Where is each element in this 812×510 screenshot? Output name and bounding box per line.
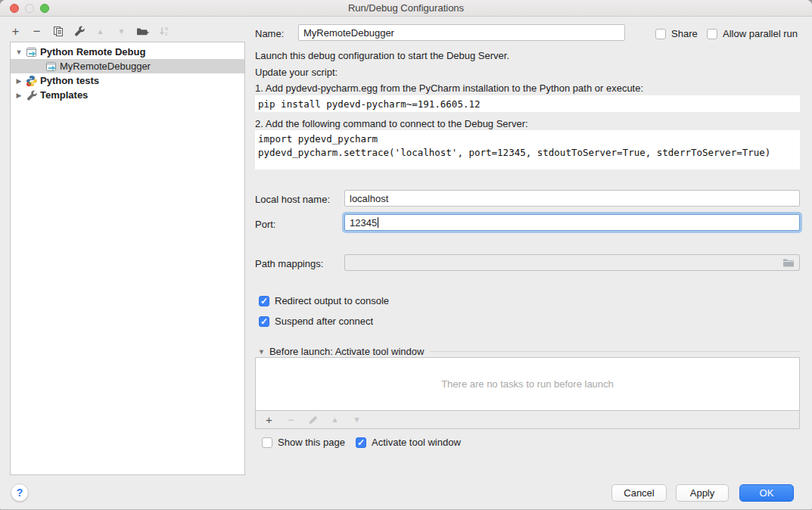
plus-icon: + [266, 414, 272, 425]
show-this-page-checkbox[interactable]: ✓Show this page [262, 436, 345, 448]
check-icon: ✓ [357, 437, 365, 448]
folder-icon[interactable] [782, 257, 795, 268]
instruction-step-1: 1. Add pydevd-pycharm.egg from the PyCha… [255, 82, 643, 94]
plus-icon: + [12, 25, 20, 38]
tree-item-python-remote-debug[interactable]: ▼ Python Remote Debug [11, 45, 244, 59]
arrow-up-icon: ▲ [97, 27, 104, 36]
activate-checkbox-box[interactable]: ✓ [356, 437, 366, 448]
check-icon: ✓ [260, 316, 268, 327]
before-launch-toolbar: + − ▲ ▼ [255, 411, 800, 429]
redirect-checkbox-box[interactable]: ✓ [259, 296, 269, 306]
arrow-down-icon: ▼ [353, 415, 361, 424]
redirect-output-checkbox[interactable]: ✓Redirect output to console [259, 294, 389, 306]
question-mark-icon: ? [17, 487, 23, 499]
instruction-line-2: Update your script: [255, 67, 338, 78]
before-launch-title: Before launch: Activate tool window [269, 346, 425, 357]
arrow-up-icon: ▲ [331, 415, 339, 424]
edit-templates-button[interactable] [73, 24, 86, 38]
sort-alphabetically-icon: a z [158, 25, 170, 37]
run-debug-configurations-dialog: Run/Debug Configurations + − ▲ ▼ [0, 0, 812, 510]
section-divider [430, 351, 800, 352]
copy-configuration-button[interactable] [51, 24, 64, 38]
tree-item-label: Python Remote Debug [40, 46, 145, 58]
sort-configurations-button[interactable]: a z [157, 24, 170, 38]
settrace-code-line-2: pydevd_pycharm.settrace('localhost', por… [258, 147, 770, 158]
remove-configuration-button[interactable]: − [30, 24, 43, 38]
text-cursor [378, 217, 378, 228]
name-label: Name: [255, 28, 284, 39]
move-up-button[interactable]: ▲ [94, 24, 107, 38]
check-icon: ✓ [260, 296, 268, 306]
before-launch-section-header[interactable]: ▼ Before launch: Activate tool window [258, 346, 800, 357]
tree-item-myremotedebugger[interactable]: MyRemoteDebugger [11, 59, 244, 73]
tree-item-label: Templates [40, 89, 88, 101]
minus-icon: − [33, 25, 41, 38]
port-input[interactable]: 12345 [344, 214, 800, 231]
pip-install-code: pip install pydevd-pycharm~=191.6605.12 [255, 95, 800, 112]
ok-button[interactable]: OK [739, 484, 794, 502]
activate-tool-window-checkbox[interactable]: ✓Activate tool window [356, 436, 461, 448]
port-label: Port: [255, 219, 275, 230]
minus-icon: − [288, 414, 294, 425]
path-mappings-label: Path mappings: [255, 258, 323, 269]
instruction-line-1: Launch this debug configuration to start… [255, 50, 509, 61]
add-task-button[interactable]: + [263, 413, 275, 427]
create-folder-button[interactable] [136, 24, 149, 38]
suspend-after-connect-checkbox[interactable]: ✓Suspend after connect [259, 315, 373, 327]
allow-parallel-run-checkbox[interactable]: ✓Allow parallel run [707, 27, 798, 39]
python-tests-icon [26, 75, 38, 87]
path-mappings-input[interactable] [344, 254, 800, 271]
activate-tool-window-label: Activate tool window [372, 437, 461, 448]
configurations-toolbar: + − ▲ ▼ a z [9, 23, 170, 39]
tree-item-label: MyRemoteDebugger [60, 61, 151, 72]
show-page-checkbox-box[interactable]: ✓ [262, 437, 272, 448]
copy-icon [52, 25, 64, 37]
share-checkbox[interactable]: ✓Share [655, 27, 698, 39]
chevron-right-icon[interactable]: ▶ [15, 92, 23, 99]
tree-item-templates[interactable]: ▶ Templates [11, 88, 244, 102]
port-value: 12345 [350, 217, 377, 229]
move-down-button[interactable]: ▼ [115, 24, 128, 38]
svg-text:a: a [165, 26, 168, 31]
move-task-down-button[interactable]: ▼ [350, 413, 363, 427]
local-host-name-label: Local host name: [255, 194, 330, 205]
allow-parallel-label: Allow parallel run [723, 28, 798, 39]
name-input[interactable] [298, 24, 625, 41]
chevron-down-icon[interactable]: ▼ [258, 348, 265, 356]
wrench-icon [73, 25, 86, 37]
configurations-tree: ▼ Python Remote Debug MyRemoteDebugger [10, 42, 245, 475]
allow-parallel-checkbox-box[interactable]: ✓ [707, 29, 717, 39]
remove-task-button[interactable]: − [285, 413, 297, 427]
tree-item-python-tests[interactable]: ▶ Python tests [11, 73, 244, 88]
show-this-page-label: Show this page [278, 437, 345, 448]
local-host-name-input[interactable] [344, 190, 800, 207]
edit-task-button[interactable] [306, 413, 319, 427]
remote-debug-icon [45, 61, 58, 73]
settrace-code-line-1: import pydevd_pycharm [258, 133, 378, 145]
svg-text:z: z [165, 31, 168, 36]
new-folder-icon [136, 25, 149, 37]
suspend-after-connect-label: Suspend after connect [275, 316, 373, 327]
tree-item-label: Python tests [40, 75, 99, 86]
empty-tasks-message: There are no tasks to run before launch [441, 378, 614, 390]
window-title: Run/Debug Configurations [0, 2, 812, 14]
remote-debug-icon [26, 46, 38, 58]
before-launch-task-list: There are no tasks to run before launch [255, 357, 800, 411]
chevron-right-icon[interactable]: ▶ [15, 77, 23, 85]
apply-button[interactable]: Apply [676, 484, 729, 502]
share-checkbox-box[interactable]: ✓ [655, 29, 666, 39]
suspend-checkbox-box[interactable]: ✓ [259, 316, 269, 327]
pencil-icon [308, 415, 319, 425]
cancel-button[interactable]: Cancel [611, 484, 667, 502]
arrow-down-icon: ▼ [118, 27, 126, 36]
wrench-icon [26, 89, 38, 101]
redirect-output-label: Redirect output to console [275, 295, 389, 306]
share-label: Share [671, 28, 698, 39]
settrace-code: import pydevd_pycharm pydevd_pycharm.set… [255, 130, 800, 169]
move-task-up-button[interactable]: ▲ [328, 413, 341, 427]
add-configuration-button[interactable]: + [9, 24, 22, 38]
help-button[interactable]: ? [11, 484, 29, 502]
title-bar: Run/Debug Configurations [0, 0, 812, 17]
instruction-step-2: 2. Add the following command to connect … [255, 118, 528, 129]
chevron-down-icon[interactable]: ▼ [15, 48, 23, 56]
